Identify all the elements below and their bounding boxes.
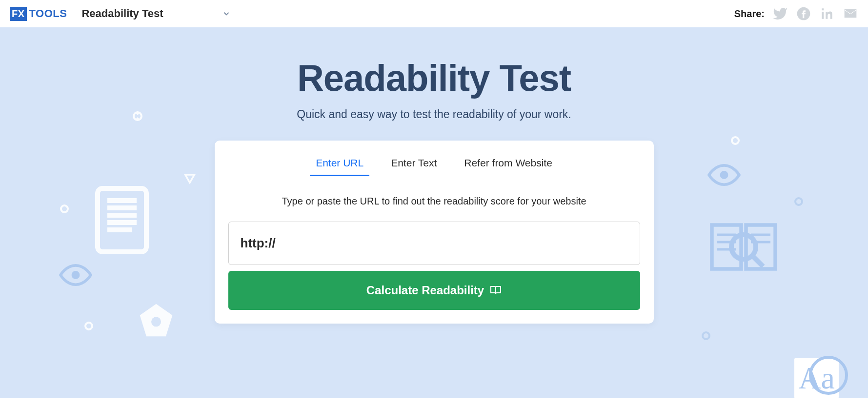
svg-point-21 [85,323,92,329]
page-subtitle: Quick and easy way to test the readabili… [215,108,654,121]
tabs-nav: Enter URL Enter Text Refer from Website [228,150,640,176]
svg-rect-8 [712,225,741,269]
svg-point-23 [795,198,802,205]
url-input[interactable] [228,222,640,265]
tab-refer-website[interactable]: Refer from Website [458,150,558,176]
page-title: Readability Test [215,57,654,99]
email-icon[interactable] [843,6,858,21]
svg-point-6 [72,271,80,279]
chevron-down-icon [222,9,231,18]
hero-section: Aa Readability Test Quick and easy way t… [0,27,868,398]
facebook-icon[interactable] [796,6,811,21]
main-content: Readability Test Quick and easy way to t… [215,57,654,324]
svg-point-7 [720,171,728,179]
page-selector-dropdown[interactable]: Readability Test [81,7,230,20]
svg-rect-5 [107,227,132,232]
diamond-icon [793,196,805,207]
logo-tools-text: TOOLS [29,7,67,20]
pentagon-icon [137,301,176,340]
svg-point-22 [732,137,739,144]
linkedin-icon[interactable] [819,6,835,21]
svg-rect-9 [746,225,775,269]
diamond-icon [59,203,70,215]
book-magnify-icon [707,218,780,281]
diamond-icon [729,135,741,146]
svg-marker-17 [140,304,173,337]
svg-marker-25 [185,175,195,183]
svg-rect-3 [107,213,137,218]
svg-point-20 [61,205,68,212]
aa-typography-icon: Aa [794,358,839,398]
svg-rect-4 [107,220,137,225]
eye-icon [59,264,93,286]
instruction-text: Type or paste the URL to find out the re… [228,196,640,207]
svg-rect-1 [107,198,137,203]
svg-point-19 [134,112,141,120]
calculate-button[interactable]: Calculate Readability [228,271,640,310]
calculate-button-label: Calculate Readability [366,284,484,297]
logo[interactable]: FX TOOLS [10,7,67,21]
book-icon [490,285,502,296]
svg-rect-2 [107,205,137,210]
header: FX TOOLS Readability Test Share: [0,0,868,27]
share-label: Share: [734,8,765,20]
page-selector-label: Readability Test [81,7,163,20]
form-card: Enter URL Enter Text Refer from Website … [215,141,654,324]
header-left: FX TOOLS Readability Test [10,7,231,21]
tablet-icon [93,184,151,257]
twitter-icon[interactable] [772,6,788,21]
header-right: Share: [734,6,858,21]
svg-point-24 [703,332,709,339]
diamond-icon [132,110,143,122]
logo-fx-badge: FX [10,7,27,21]
svg-rect-0 [98,188,146,252]
diamond-icon [83,320,95,332]
eye-icon [707,164,741,186]
svg-point-15 [731,235,756,259]
tab-enter-text[interactable]: Enter Text [385,150,443,176]
svg-point-18 [151,317,161,326]
tab-enter-url[interactable]: Enter URL [310,150,369,176]
svg-line-16 [753,257,763,266]
diamond-icon [700,330,712,342]
triangle-icon [183,171,197,185]
